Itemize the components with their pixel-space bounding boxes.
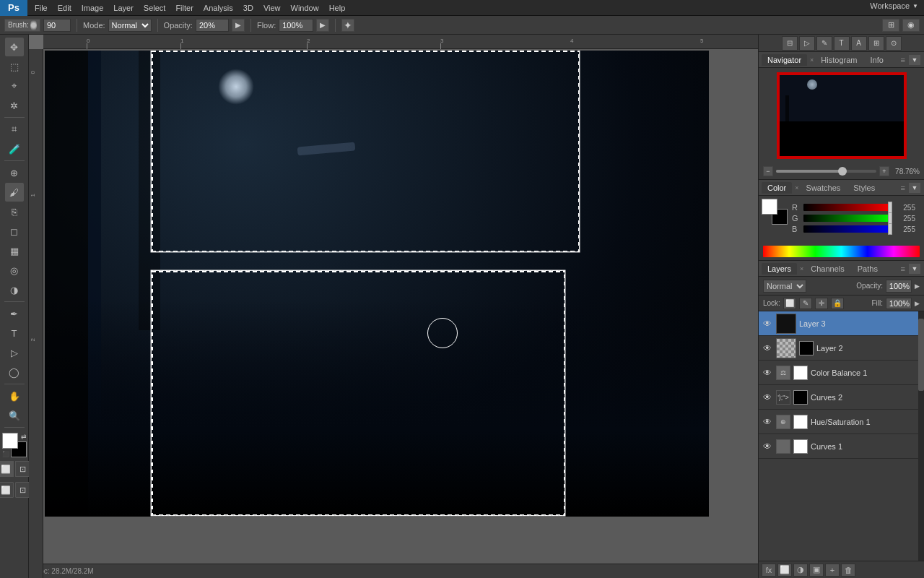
layers-scrollbar[interactable] (918, 311, 924, 561)
tool-clone[interactable]: ⎘ (5, 202, 24, 221)
tool-type[interactable]: T (5, 324, 24, 342)
layer-new-btn[interactable]: + (825, 564, 840, 577)
fill-arrow[interactable]: ▶ (915, 300, 920, 307)
menu-edit[interactable]: Edit (53, 2, 76, 14)
color-r-track[interactable] (803, 204, 892, 211)
tool-gradient[interactable]: ▦ (5, 241, 24, 260)
right-panel-icon-6[interactable]: ⊞ (868, 36, 884, 51)
fill-input[interactable] (886, 298, 912, 309)
opacity-input[interactable] (196, 19, 229, 32)
menu-3d[interactable]: 3D (239, 2, 258, 14)
lock-position-btn[interactable]: ✛ (815, 298, 828, 309)
tool-shape[interactable]: ◯ (5, 363, 24, 381)
huesat-mask[interactable] (793, 415, 808, 429)
tool-pen[interactable]: ✒ (5, 304, 24, 323)
tool-magic-wand[interactable]: ✲ (5, 96, 24, 115)
color-g-thumb[interactable] (888, 212, 892, 224)
foreground-color-box[interactable] (2, 433, 18, 449)
right-panel-icon-1[interactable]: ⊟ (782, 36, 798, 51)
right-panel-icon-5[interactable]: A (851, 36, 867, 51)
brush-size-input[interactable] (43, 19, 71, 32)
menu-window[interactable]: Window (287, 2, 323, 14)
zoom-in-btn[interactable]: + (879, 166, 889, 176)
tool-crop[interactable]: ⌗ (5, 120, 24, 139)
tab-color[interactable]: Color (762, 182, 792, 194)
layers-opacity-input[interactable] (886, 280, 912, 293)
standard-mode-btn[interactable]: ⬜ (0, 461, 14, 477)
layer-row-huesat[interactable]: 👁 ⊕ Hue/Saturation 1 (759, 410, 924, 434)
tool-dodge[interactable]: ◑ (5, 280, 24, 299)
zoom-slider[interactable] (776, 170, 876, 173)
tool-brush[interactable]: 🖌 (5, 183, 24, 202)
brush-presets-btn[interactable]: ⊞ (882, 19, 899, 32)
layer-row-curves2[interactable]: 👁 ');"> Curves 2 (759, 385, 924, 410)
color-panel-collapse[interactable]: ▼ (908, 182, 921, 194)
tool-rect-select[interactable]: ⬚ (5, 57, 24, 76)
right-panel-icon-2[interactable]: ▷ (799, 36, 815, 51)
layer-row-curves1[interactable]: 👁 Curves 1 (759, 434, 924, 459)
tool-zoom[interactable]: 🔍 (5, 406, 24, 425)
menu-image[interactable]: Image (77, 2, 108, 14)
tab-swatches[interactable]: Swatches (801, 182, 847, 194)
layers-close[interactable]: × (800, 265, 803, 272)
menu-filter[interactable]: Filter (171, 2, 197, 14)
tab-paths[interactable]: Paths (852, 263, 884, 275)
brush-preset-picker[interactable]: Brush: (4, 19, 40, 32)
tab-layers[interactable]: Layers (762, 263, 797, 275)
layers-opacity-arrow[interactable]: ▶ (915, 282, 920, 290)
tool-move[interactable]: ✥ (5, 38, 24, 56)
standard-screen-btn[interactable]: ⬜ (0, 482, 14, 498)
tool-hand[interactable]: ✋ (5, 387, 24, 405)
layer-group-btn[interactable]: ▣ (809, 564, 824, 577)
tab-channels[interactable]: Channels (805, 263, 850, 275)
layer2-mask[interactable] (799, 341, 814, 355)
default-colors-icon[interactable]: ⬛ (2, 451, 9, 457)
menu-analysis[interactable]: Analysis (199, 2, 237, 14)
colorbalance-mask[interactable] (793, 366, 808, 380)
menu-view[interactable]: View (259, 2, 285, 14)
layer-row-colorbalance[interactable]: 👁 ⚖ Color Balance 1 (759, 361, 924, 385)
right-panel-icon-3[interactable]: ✎ (816, 36, 832, 51)
layer-row-layer3[interactable]: 👁 Layer 3 (759, 311, 924, 336)
canvas-content[interactable]: Untitled-1.psd @ 78.76% (Layer 3, RGB/8)… (43, 49, 758, 564)
tool-lasso[interactable]: ⌖ (5, 77, 24, 95)
panel-collapse-btn[interactable]: ▼ (908, 54, 921, 66)
menu-select[interactable]: Select (139, 2, 170, 14)
color-options[interactable]: ≡ (901, 184, 905, 192)
fg-bg-colors[interactable]: ⇄ ⬛ (2, 433, 27, 457)
layer-fx-btn[interactable]: fx (762, 564, 776, 577)
curves2-visibility[interactable]: 👁 (762, 392, 773, 403)
workspace-area[interactable]: Workspace ▼ (870, 1, 918, 10)
color-fg-swatch[interactable] (762, 199, 777, 215)
huesat-visibility[interactable]: 👁 (762, 416, 773, 428)
tool-eraser[interactable]: ◻ (5, 222, 24, 241)
layer2-visibility[interactable]: 👁 (762, 342, 773, 354)
canvas-area[interactable]: 0 1 2 3 4 5 0 1 2 (29, 35, 758, 578)
right-panel-icon-4[interactable]: T (834, 36, 850, 51)
flow-arrow-btn[interactable]: ▶ (316, 19, 329, 32)
opacity-arrow-btn[interactable]: ▶ (232, 19, 245, 32)
tab-styles[interactable]: Styles (847, 182, 881, 194)
swap-colors-icon[interactable]: ⇄ (21, 433, 27, 440)
layers-panel-collapse[interactable]: ▼ (908, 263, 921, 275)
clone-source-btn[interactable]: ◉ (902, 19, 920, 32)
navigator-options[interactable]: ≡ (901, 56, 905, 64)
menu-help[interactable]: Help (325, 2, 350, 14)
colorbalance-visibility[interactable]: 👁 (762, 367, 773, 379)
curves2-mask[interactable] (793, 390, 808, 405)
tab-info[interactable]: Info (864, 54, 889, 66)
lock-all-btn[interactable]: 🔒 (831, 298, 844, 309)
color-b-thumb[interactable] (888, 223, 892, 235)
layer-delete-btn[interactable]: 🗑 (841, 564, 855, 577)
color-g-track[interactable] (803, 215, 892, 222)
curves1-mask[interactable] (793, 439, 808, 454)
layer-adj-btn[interactable]: ◑ (793, 564, 808, 577)
tool-path-select[interactable]: ▷ (5, 343, 24, 362)
flow-input[interactable] (279, 19, 313, 32)
color-close[interactable]: × (795, 184, 798, 191)
color-r-thumb[interactable] (888, 202, 892, 213)
layers-options[interactable]: ≡ (901, 264, 905, 273)
lock-pixels-btn[interactable]: ✎ (799, 298, 812, 309)
layer-row-layer2[interactable]: 👁 Layer 2 (759, 336, 924, 361)
navigator-close[interactable]: × (810, 56, 814, 64)
